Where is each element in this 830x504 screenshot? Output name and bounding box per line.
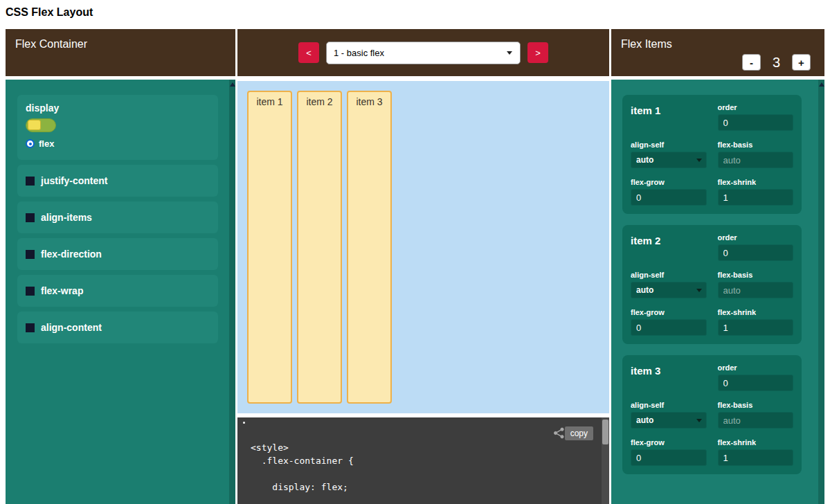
prev-example-button[interactable]: < bbox=[298, 42, 319, 63]
flex-basis-cell: flex-basis bbox=[718, 401, 794, 429]
align-self-label: align-self bbox=[631, 401, 707, 409]
flex-shrink-label: flex-shrink bbox=[718, 178, 794, 186]
toggle-knob bbox=[28, 120, 41, 130]
share-icon[interactable] bbox=[553, 427, 565, 439]
flex-shrink-input[interactable] bbox=[718, 449, 794, 466]
item-card-1: item 1 order align-self auto flex-basis … bbox=[622, 95, 802, 214]
display-toggle[interactable] bbox=[26, 118, 56, 132]
flex-shrink-input[interactable] bbox=[718, 319, 794, 336]
right-panel-scrollbar[interactable] bbox=[818, 80, 824, 504]
left-panel-scrollbar[interactable] bbox=[229, 80, 235, 504]
order-input[interactable] bbox=[718, 114, 794, 131]
flex-basis-label: flex-basis bbox=[718, 271, 794, 279]
flex-grow-label: flex-grow bbox=[631, 438, 707, 447]
align-self-select[interactable]: auto bbox=[631, 152, 707, 168]
option-card-align-items: align-items bbox=[17, 201, 218, 233]
flex-container-header: Flex Container bbox=[6, 29, 235, 76]
order-cell: order bbox=[718, 233, 794, 261]
example-nav-header: < 1 - basic flex > bbox=[237, 29, 609, 76]
option-card-flex-direction: flex-direction bbox=[17, 238, 218, 270]
align-self-select-wrap: auto bbox=[631, 412, 707, 429]
flex-basis-input[interactable] bbox=[718, 152, 794, 168]
order-cell: order bbox=[718, 103, 794, 131]
flex-grow-input[interactable] bbox=[631, 449, 707, 466]
item-name: item 1 bbox=[631, 105, 660, 116]
item-name: item 3 bbox=[631, 365, 660, 377]
flex-grow-cell: flex-grow bbox=[631, 438, 707, 466]
flex-shrink-cell: flex-shrink bbox=[718, 438, 794, 466]
order-label: order bbox=[718, 363, 794, 372]
copy-button[interactable]: copy bbox=[565, 426, 593, 440]
order-input[interactable] bbox=[718, 244, 794, 261]
display-label: display bbox=[26, 102, 210, 114]
item-count: 3 bbox=[773, 55, 780, 71]
align-self-select[interactable]: auto bbox=[631, 282, 707, 298]
flex-basis-cell: flex-basis bbox=[718, 271, 794, 298]
flex-grow-input[interactable] bbox=[631, 319, 707, 336]
align-self-label: align-self bbox=[631, 271, 707, 279]
align-self-cell: align-self auto bbox=[631, 141, 707, 168]
flex-shrink-cell: flex-shrink bbox=[718, 178, 794, 206]
item-card-2: item 2 order align-self auto flex-basis … bbox=[622, 225, 802, 344]
align-self-cell: align-self auto bbox=[631, 401, 707, 429]
order-input[interactable] bbox=[718, 375, 794, 391]
scroll-up-icon bbox=[819, 82, 824, 87]
example-select[interactable]: 1 - basic flex bbox=[326, 42, 521, 64]
justify-content-label: justify-content bbox=[41, 175, 107, 186]
item-name-cell: item 2 bbox=[631, 233, 707, 261]
align-self-select[interactable]: auto bbox=[631, 412, 707, 429]
add-item-button[interactable]: + bbox=[792, 54, 811, 71]
flex-radio[interactable] bbox=[26, 139, 35, 148]
display-radio-row: flex bbox=[26, 138, 210, 149]
flex-basis-input[interactable] bbox=[718, 282, 794, 298]
item-card-3: item 3 order align-self auto flex-basis … bbox=[622, 355, 802, 474]
flex-container-panel: display flex justify-content align-items… bbox=[6, 80, 235, 504]
display-card: display flex bbox=[17, 95, 218, 160]
flex-preview-container: item 1 item 2 item 3 bbox=[237, 81, 609, 413]
flex-basis-label: flex-basis bbox=[718, 141, 794, 149]
align-items-label: align-items bbox=[41, 212, 92, 223]
order-label: order bbox=[718, 103, 794, 111]
flex-direction-label: flex-direction bbox=[41, 249, 102, 260]
item-count-controls: - 3 + bbox=[742, 54, 811, 71]
item-name: item 2 bbox=[631, 235, 660, 246]
code-scrollbar[interactable] bbox=[602, 417, 609, 504]
align-self-select-wrap: auto bbox=[631, 282, 707, 298]
code-panel: copy <style> .flex-container { display: … bbox=[237, 417, 609, 504]
flex-basis-input[interactable] bbox=[718, 412, 794, 429]
flex-direction-checkbox[interactable] bbox=[26, 250, 35, 259]
flex-grow-cell: flex-grow bbox=[631, 178, 707, 206]
order-label: order bbox=[718, 233, 794, 242]
order-cell: order bbox=[718, 363, 794, 391]
flex-grow-cell: flex-grow bbox=[631, 308, 707, 336]
code-text: <style> .flex-container { display: flex; bbox=[251, 441, 354, 494]
code-scroll-thumb[interactable] bbox=[602, 420, 608, 444]
align-self-select-wrap: auto bbox=[631, 152, 707, 168]
remove-item-button[interactable]: - bbox=[742, 54, 761, 71]
justify-content-checkbox[interactable] bbox=[26, 177, 35, 186]
flex-shrink-input[interactable] bbox=[718, 189, 794, 206]
preview-flex-item-2: item 2 bbox=[297, 91, 342, 404]
flex-basis-cell: flex-basis bbox=[718, 141, 794, 168]
flex-wrap-label: flex-wrap bbox=[41, 285, 83, 296]
flex-radio-label: flex bbox=[39, 138, 54, 149]
align-self-cell: align-self auto bbox=[631, 271, 707, 298]
flex-wrap-checkbox[interactable] bbox=[26, 287, 35, 296]
flex-items-header: Flex Items - 3 + bbox=[611, 29, 824, 76]
flex-grow-input[interactable] bbox=[631, 189, 707, 206]
flex-items-title: Flex Items bbox=[621, 38, 672, 50]
item-name-cell: item 1 bbox=[631, 103, 707, 131]
flex-shrink-cell: flex-shrink bbox=[718, 308, 794, 336]
item-name-cell: item 3 bbox=[631, 363, 707, 391]
option-card-justify-content: justify-content bbox=[17, 165, 218, 197]
preview-flex-item-3: item 3 bbox=[347, 91, 392, 404]
flex-grow-label: flex-grow bbox=[631, 308, 707, 316]
align-content-checkbox[interactable] bbox=[26, 323, 35, 332]
flex-shrink-label: flex-shrink bbox=[718, 308, 794, 316]
flex-grow-label: flex-grow bbox=[631, 178, 707, 186]
page-title: CSS Flex Layout bbox=[6, 6, 93, 19]
align-items-checkbox[interactable] bbox=[26, 213, 35, 222]
next-example-button[interactable]: > bbox=[527, 42, 548, 63]
option-card-flex-wrap: flex-wrap bbox=[17, 275, 218, 307]
scroll-up-icon bbox=[230, 82, 235, 87]
